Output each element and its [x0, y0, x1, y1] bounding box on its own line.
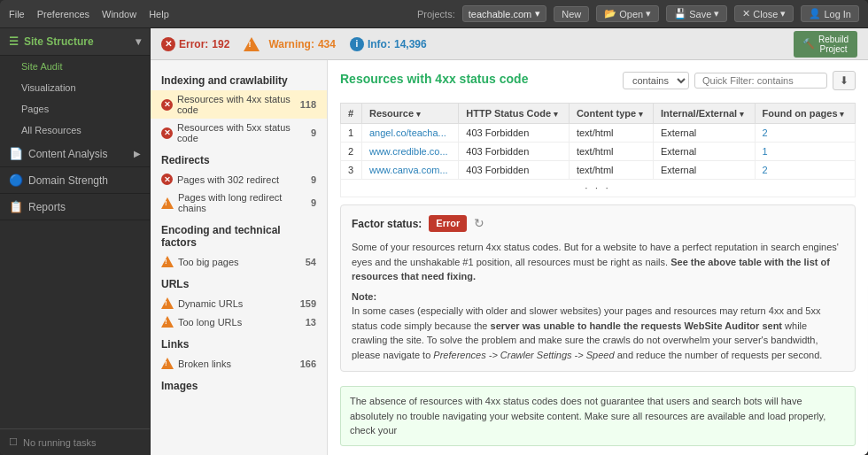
found-on-link[interactable]: 2 [763, 165, 768, 175]
resource-link[interactable]: angel.co/teaсha... [369, 127, 446, 138]
rebuild-button[interactable]: 🔨 Rebuild Project [794, 31, 857, 58]
sidebar-item-pages[interactable]: Pages [0, 98, 150, 120]
row-int-ext: External [653, 143, 755, 161]
close-dropdown-icon: ▾ [780, 8, 786, 19]
right-panel: Resources with 4xx status code contains … [328, 60, 868, 455]
open-button[interactable]: 📂 Open ▾ [596, 5, 659, 22]
left-panel: Indexing and crawlability ✕ Resources wi… [151, 60, 328, 455]
sidebar-item-site-audit[interactable]: Site Audit [0, 56, 150, 77]
row-found-on: 2 [755, 161, 855, 180]
title-bar-right: Projects: teachable.com ▾ New 📂 Open ▾ 💾… [417, 5, 859, 22]
close-button[interactable]: ✕ Close ▾ [734, 5, 794, 22]
warning-icon-long-urls [161, 316, 174, 328]
menu-file[interactable]: File [9, 9, 25, 19]
row-num: 3 [341, 161, 362, 180]
filter-input[interactable] [694, 73, 827, 89]
dropdown-arrow-icon: ▾ [535, 8, 540, 19]
row-num: 2 [341, 143, 362, 161]
split-content: Indexing and crawlability ✕ Resources wi… [151, 60, 868, 455]
row-num: 1 [341, 124, 362, 143]
open-dropdown-icon: ▾ [646, 8, 651, 19]
error-badge: ✕ Error: 192 [161, 37, 229, 51]
audit-item-4xx[interactable]: ✕ Resources with 4xx status code 118 [151, 90, 327, 119]
row-resource: angel.co/teaсha... [361, 124, 458, 143]
menu-help[interactable]: Help [149, 9, 169, 19]
row-found-on: 2 [755, 124, 855, 143]
save-button[interactable]: 💾 Save ▾ [666, 5, 727, 22]
close-icon: ✕ [742, 8, 750, 19]
section-title-urls: URLs [151, 271, 327, 294]
app-window: File Preferences Window Help Projects: t… [0, 0, 868, 455]
export-button[interactable]: ⬇ [833, 71, 856, 90]
audit-item-302[interactable]: ✕ Pages with 302 redirect 9 [151, 170, 327, 189]
sidebar-domain-strength[interactable]: 🔵 Domain Strength [0, 167, 150, 194]
warning-icon-dynamic-urls [161, 297, 174, 309]
content-analysis-icon: 📄 [9, 147, 23, 160]
sidebar-content-analysis[interactable]: 📄 Content Analysis ▶ [0, 141, 150, 167]
right-panel-title: Resources with 4xx status code [340, 72, 528, 86]
login-button[interactable]: 👤 Log In [801, 5, 859, 22]
warning-icon-big-pages [161, 256, 174, 267]
resource-link[interactable]: www.canva.com... [369, 165, 448, 175]
col-found-on[interactable]: Found on pages [755, 104, 855, 124]
audit-item-long-redirect[interactable]: Pages with long redirect chains 9 [151, 189, 327, 217]
title-bar: File Preferences Window Help Projects: t… [0, 0, 868, 28]
row-status: 403 Forbidden [459, 161, 570, 180]
domain-strength-icon: 🔵 [9, 174, 23, 187]
row-content-type: text/html [569, 143, 653, 161]
site-structure-icon: ☰ [9, 35, 19, 48]
refresh-icon[interactable]: ↻ [474, 214, 484, 233]
col-http-status[interactable]: HTTP Status Code [459, 104, 570, 124]
info-badge: i Info: 14,396 [350, 37, 427, 51]
audit-item-dynamic-urls[interactable]: Dynamic URLs 159 [151, 294, 327, 312]
sidebar-item-all-resources[interactable]: All Resources [0, 120, 150, 141]
menu-window[interactable]: Window [102, 9, 136, 19]
row-content-type: text/html [569, 161, 653, 180]
save-dropdown-icon: ▾ [714, 8, 719, 19]
col-internal-external[interactable]: Internal/External [653, 104, 755, 124]
warning-badge: Warning: 434 [244, 37, 336, 51]
table-row[interactable]: 1 angel.co/teaсha... 403 Forbidden text/… [341, 124, 856, 143]
section-title-redirects: Redirects [151, 147, 327, 170]
right-panel-toolbar: Resources with 4xx status code contains … [340, 71, 856, 90]
content-area: ✕ Error: 192 Warning: 434 i Info: 14,396… [151, 28, 868, 455]
row-int-ext: External [653, 161, 755, 180]
info-icon: i [350, 37, 364, 51]
factor-description: Some of your resources return 4xx status… [352, 240, 844, 284]
row-resource: www.credible.co... [361, 143, 458, 161]
status-error-badge: Error [429, 215, 467, 232]
table-row-dots: · · · [341, 180, 856, 197]
found-on-link[interactable]: 2 [763, 127, 768, 138]
error-icon-4xx: ✕ [161, 99, 173, 111]
found-on-link[interactable]: 1 [763, 146, 768, 157]
table-row[interactable]: 3 www.canva.com... 403 Forbidden text/ht… [341, 161, 856, 180]
filter-type-select[interactable]: contains [623, 72, 689, 89]
project-select[interactable]: teachable.com ▾ [462, 5, 547, 22]
factor-status-panel: Factor status: Error ↻ Some of your reso… [340, 204, 856, 372]
sidebar-item-visualization[interactable]: Visualization [0, 77, 150, 98]
audit-item-broken-links[interactable]: Broken links 166 [151, 354, 327, 373]
factor-label: Factor status: [352, 216, 422, 232]
note-section: Note: In some cases (especially with old… [352, 289, 844, 363]
row-found-on: 1 [755, 143, 855, 161]
tasks-icon: ☐ [9, 436, 18, 448]
row-content-type: text/html [569, 124, 653, 143]
table-row[interactable]: 2 www.credible.co... 403 Forbidden text/… [341, 143, 856, 161]
note-text: In some cases (especially with older and… [352, 304, 844, 362]
audit-item-long-urls[interactable]: Too long URLs 13 [151, 312, 327, 331]
warning-icon [244, 37, 260, 51]
audit-item-big-pages[interactable]: Too big pages 54 [151, 252, 327, 271]
sidebar-site-structure[interactable]: ☰ Site Structure ▾ [0, 28, 150, 56]
audit-item-5xx[interactable]: ✕ Resources with 5xx status code 9 [151, 119, 327, 147]
sidebar-no-running-tasks: ☐ No running tasks [0, 428, 150, 455]
factor-status-header: Factor status: Error ↻ [352, 214, 844, 233]
col-resource[interactable]: Resource [361, 104, 458, 124]
sidebar-reports[interactable]: 📋 Reports [0, 194, 150, 220]
table-dots: · · · [341, 180, 856, 197]
new-button[interactable]: New [554, 6, 589, 22]
menu-bar: File Preferences Window Help [9, 9, 169, 19]
col-content-type[interactable]: Content type [569, 104, 653, 124]
menu-preferences[interactable]: Preferences [37, 9, 89, 19]
col-num: # [341, 104, 362, 124]
resource-link[interactable]: www.credible.co... [369, 146, 448, 157]
